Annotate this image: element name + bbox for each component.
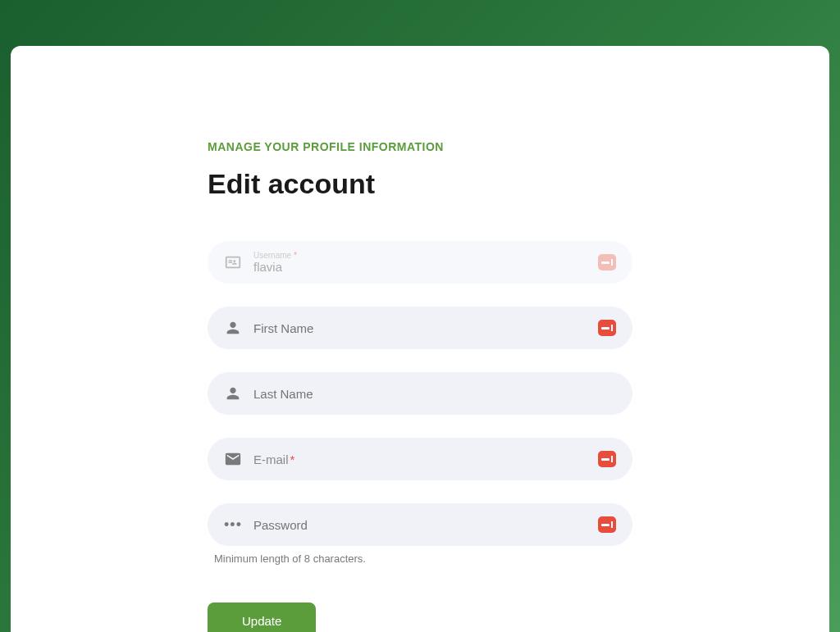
password-manager-icon[interactable] xyxy=(598,451,616,467)
password-input[interactable] xyxy=(253,518,590,532)
last-name-field-wrapper xyxy=(208,372,632,415)
account-edit-card: MANAGE YOUR PROFILE INFORMATION Edit acc… xyxy=(11,46,829,632)
email-placeholder: E-mail* xyxy=(253,452,590,466)
password-manager-icon[interactable] xyxy=(598,254,616,271)
id-card-icon xyxy=(224,253,242,271)
username-field-wrapper: Username * flavia xyxy=(208,241,632,284)
person-icon xyxy=(224,319,242,337)
person-icon xyxy=(224,384,242,402)
first-name-field[interactable] xyxy=(208,307,632,349)
page-subtitle: MANAGE YOUR PROFILE INFORMATION xyxy=(208,140,632,153)
password-helper: Minimum length of 8 characters. xyxy=(208,552,632,565)
update-button[interactable]: Update xyxy=(208,602,316,632)
last-name-field[interactable] xyxy=(208,372,632,415)
password-field-wrapper: ••• Minimum length of 8 characters. xyxy=(208,503,632,565)
dots-icon: ••• xyxy=(224,516,242,534)
last-name-input[interactable] xyxy=(253,387,616,401)
username-label: Username * xyxy=(253,252,590,260)
first-name-input[interactable] xyxy=(253,321,590,335)
password-manager-icon[interactable] xyxy=(598,516,616,533)
first-name-field-wrapper xyxy=(208,307,632,349)
password-field[interactable]: ••• xyxy=(208,503,632,546)
username-value: flavia xyxy=(253,260,590,274)
email-field-wrapper: E-mail* xyxy=(208,438,632,480)
mail-icon xyxy=(224,450,242,468)
password-manager-icon[interactable] xyxy=(598,320,616,336)
username-field: Username * flavia xyxy=(208,241,632,284)
page-title: Edit account xyxy=(208,168,632,200)
email-field[interactable]: E-mail* xyxy=(208,438,632,480)
